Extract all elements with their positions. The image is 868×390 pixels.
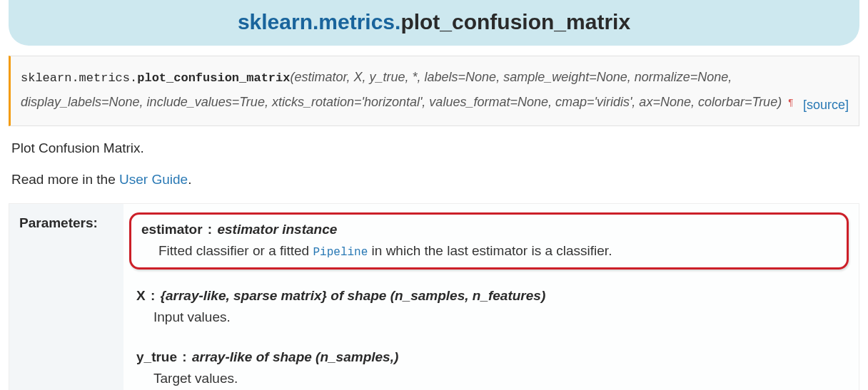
param-name: X (136, 288, 146, 303)
signature-box: sklearn.metrics.plot_confusion_matrix(es… (9, 56, 859, 126)
param-desc-pre: Fitted classifier or a fitted (158, 243, 313, 258)
user-guide-link[interactable]: User Guide (119, 172, 188, 187)
signature-close-paren: ) (777, 95, 782, 109)
short-description: Plot Confusion Matrix. (11, 140, 857, 156)
param-type: {array-like, sparse matrix} of shape (n_… (161, 288, 546, 303)
param-estimator: estimator : estimator instance Fitted cl… (129, 212, 849, 270)
param-estimator-name-line: estimator : estimator instance (141, 222, 837, 237)
read-more-prefix: Read more in the (11, 172, 119, 187)
param-x-desc: Input values. (136, 309, 842, 325)
parameters-body: estimator : estimator instance Fitted cl… (123, 204, 859, 390)
read-more-period: . (188, 172, 191, 187)
param-colon: : (146, 288, 161, 303)
source-link[interactable]: [source] (803, 93, 849, 117)
param-colon: : (203, 222, 218, 237)
param-type: estimator instance (217, 222, 337, 237)
param-ytrue-desc: Target values. (136, 371, 842, 386)
title-function: plot_confusion_matrix (400, 10, 630, 34)
parameters-header: Parameters: (9, 204, 123, 390)
param-desc-post: in which the last estimator is a classif… (368, 243, 612, 258)
signature-function-name: plot_confusion_matrix (137, 71, 290, 85)
page-title-bar: sklearn.metrics.plot_confusion_matrix (9, 0, 859, 46)
param-type: array-like of shape (n_samples,) (192, 349, 398, 364)
param-x-name-line: X : {array-like, sparse matrix} of shape… (136, 288, 842, 304)
pipeline-link[interactable]: Pipeline (313, 246, 368, 259)
title-module: sklearn.metrics (238, 10, 395, 34)
param-name: estimator (141, 222, 203, 237)
param-estimator-desc: Fitted classifier or a fitted Pipeline i… (141, 243, 837, 259)
param-colon: : (177, 349, 192, 364)
param-name: y_true (136, 349, 177, 364)
param-ytrue: y_true : array-like of shape (n_samples,… (129, 345, 849, 390)
read-more-line: Read more in the User Guide. (11, 172, 857, 188)
signature-module-path: sklearn.metrics. (21, 71, 137, 85)
param-x: X : {array-like, sparse matrix} of shape… (129, 284, 849, 329)
param-ytrue-name-line: y_true : array-like of shape (n_samples,… (136, 349, 842, 365)
permalink-icon[interactable]: ¶ (785, 97, 793, 108)
parameters-table: Parameters: estimator : estimator instan… (9, 203, 859, 390)
